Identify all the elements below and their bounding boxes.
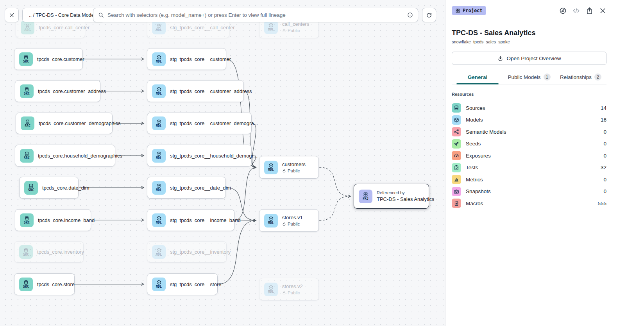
prj-badge-icon: PRJ bbox=[359, 190, 372, 203]
tab-general[interactable]: General bbox=[452, 73, 503, 84]
node-m_customer_demographics[interactable]: MDLstg_tpcds_core__customer_demogra... bbox=[147, 113, 252, 134]
node-s_customer_address[interactable]: SRCtpcds_core.customer_address bbox=[15, 80, 100, 102]
unlock-icon bbox=[282, 222, 286, 226]
src-badge-icon: SRC bbox=[20, 213, 34, 227]
open-project-overview-button[interactable]: Open Project Overview bbox=[452, 52, 606, 65]
mdl-badge-icon: MDL bbox=[264, 283, 278, 296]
refresh-button[interactable] bbox=[422, 8, 436, 22]
node-note: Referenced by bbox=[377, 190, 424, 195]
node-label: tpcds_core.household_demographics bbox=[38, 153, 110, 159]
node-type-label: MDL bbox=[268, 168, 274, 172]
node-label: tpcds_core.customer_address bbox=[38, 88, 95, 94]
node-m_store[interactable]: MDLstg_tpcds_core__store bbox=[147, 273, 218, 295]
node-m_customer[interactable]: MDLstg_tpcds_core__customer bbox=[147, 48, 226, 70]
src-badge-icon: SRC bbox=[20, 149, 34, 163]
node-type-label: SRC bbox=[23, 60, 29, 63]
node-label: stg_tpcds_core__call_center bbox=[170, 25, 224, 30]
project-badge-label: Project bbox=[463, 8, 483, 13]
node-m_household_demographics[interactable]: MDLstg_tpcds_core__household_demogr... bbox=[147, 145, 252, 167]
node-m_inventory[interactable]: MDLstg_tpcds_core__inventory bbox=[147, 241, 227, 263]
project-detail-panel: Project TPC-DS - Sales Analytics snowfla… bbox=[445, 0, 644, 326]
open-overview-label: Open Project Overview bbox=[507, 56, 561, 61]
node-s_income_band[interactable]: SRCtpcds_core.income_band bbox=[15, 209, 91, 231]
resource-label: Sources bbox=[466, 105, 485, 111]
project-icon bbox=[455, 8, 460, 13]
file-icon bbox=[452, 199, 461, 208]
node-type-label: PRJ bbox=[363, 197, 369, 201]
cube-icon bbox=[156, 151, 161, 156]
share-icon[interactable] bbox=[586, 7, 593, 14]
cube-icon bbox=[156, 87, 161, 92]
node-s_household_demographics[interactable]: SRCtpcds_core.household_demographics bbox=[15, 145, 115, 167]
cube-icon bbox=[156, 248, 161, 253]
resource-count: 0 bbox=[603, 188, 606, 194]
lineage-canvas[interactable]: SRCtpcds_core.call_centerSRCtpcds_core.c… bbox=[0, 0, 445, 326]
close-panel-icon[interactable] bbox=[599, 7, 606, 14]
node-type-label: MDL bbox=[268, 290, 274, 294]
node-type-label: SRC bbox=[23, 285, 29, 288]
resource-row-exposures[interactable]: Exposures0 bbox=[452, 151, 606, 160]
cube-icon bbox=[156, 119, 161, 124]
node-type-label: MDL bbox=[268, 28, 274, 31]
resource-row-sources[interactable]: Sources14 bbox=[452, 103, 606, 113]
node-s_customer[interactable]: SRCtpcds_core.customer bbox=[14, 48, 83, 70]
resources-list: Sources14Models16Semantic Models0Seeds0E… bbox=[452, 103, 606, 208]
project-type-badge: Project bbox=[452, 6, 486, 15]
node-s_store[interactable]: SRCtpcds_core.store bbox=[14, 273, 75, 295]
search-bar[interactable] bbox=[93, 8, 418, 22]
node-p_stores_v1[interactable]: MDLstores.v1Public bbox=[259, 209, 319, 232]
resource-label: Seeds bbox=[466, 141, 481, 147]
tab-relationships[interactable]: Relationships 2 bbox=[555, 73, 606, 84]
node-label: stores.v2 bbox=[282, 283, 303, 289]
node-type-label: MDL bbox=[156, 157, 162, 160]
resource-row-metrics[interactable]: Metrics0 bbox=[452, 175, 606, 184]
resource-row-models[interactable]: Models16 bbox=[452, 115, 606, 125]
tab-public-models[interactable]: Public Models 1 bbox=[503, 73, 555, 84]
mdl-badge-icon: MDL bbox=[152, 116, 166, 130]
node-m_date_dim[interactable]: MDLstg_tpcds_core__date_dim bbox=[147, 177, 226, 199]
resource-count: 32 bbox=[601, 165, 606, 170]
database-icon bbox=[29, 183, 34, 188]
resource-row-macros[interactable]: Macros555 bbox=[452, 199, 606, 208]
database-icon bbox=[24, 216, 29, 221]
explore-compass-icon[interactable] bbox=[559, 7, 567, 14]
node-type-label: SRC bbox=[24, 157, 30, 160]
archive-icon bbox=[363, 192, 368, 197]
node-p_customers[interactable]: MDLcustomersPublic bbox=[259, 156, 319, 179]
resource-count: 0 bbox=[603, 153, 606, 159]
info-icon[interactable] bbox=[407, 12, 413, 18]
breadcrumb[interactable]: .. / TPC-DS - Core Data Models bbox=[22, 8, 104, 22]
node-type-label: MDL bbox=[156, 221, 162, 224]
node-label: tpcds_core.call_center bbox=[39, 25, 80, 30]
resource-row-snapshots[interactable]: Snapshots0 bbox=[452, 187, 606, 196]
resource-count: 555 bbox=[597, 201, 606, 206]
node-m_income_band[interactable]: MDLstg_tpcds_core__income_band bbox=[147, 209, 234, 231]
src-badge-icon: SRC bbox=[24, 181, 38, 195]
cube-icon bbox=[268, 23, 274, 28]
resource-row-semantic-models[interactable]: Semantic Models0 bbox=[452, 127, 606, 136]
src-badge-icon: SRC bbox=[19, 245, 33, 259]
node-label: stores.v1 bbox=[282, 215, 303, 220]
search-input[interactable] bbox=[107, 12, 404, 18]
node-prj[interactable]: PRJReferenced byTPC-DS - Sales Analytics bbox=[354, 184, 429, 209]
node-type-label: SRC bbox=[24, 92, 30, 95]
node-s_date_dim[interactable]: SRCtpcds_core.date_dim bbox=[19, 177, 79, 199]
resource-label: Models bbox=[466, 117, 483, 123]
resource-label: Snapshots bbox=[466, 188, 491, 194]
resource-row-seeds[interactable]: Seeds0 bbox=[452, 139, 606, 149]
close-lineage-button[interactable] bbox=[5, 8, 19, 22]
database-icon bbox=[454, 105, 459, 111]
resource-row-tests[interactable]: Tests32 bbox=[452, 163, 606, 172]
project-subtitle: snowflake_tpcds_sales_spoke bbox=[452, 39, 606, 44]
node-s_inventory[interactable]: SRCtpcds_core.inventory bbox=[14, 241, 84, 263]
semantic-graph-icon bbox=[452, 127, 461, 136]
cube-icon bbox=[268, 216, 274, 221]
node-label: tpcds_core.store bbox=[37, 281, 70, 287]
node-s_customer_demographics[interactable]: SRCtpcds_core.customer_demographics bbox=[16, 113, 113, 134]
cube-icon bbox=[156, 183, 161, 188]
node-p_stores_v2[interactable]: MDLstores.v2Public bbox=[259, 278, 319, 301]
code-icon[interactable] bbox=[572, 7, 580, 14]
node-m_customer_address[interactable]: MDLstg_tpcds_core__customer_address bbox=[147, 80, 244, 102]
node-access-label: Public bbox=[282, 222, 303, 226]
gauge-icon bbox=[452, 151, 461, 160]
